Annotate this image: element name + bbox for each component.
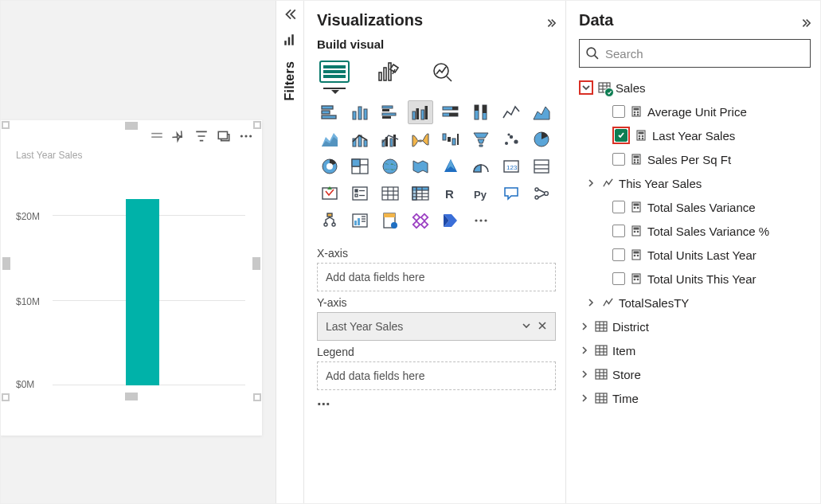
- viz-paginated-report-icon[interactable]: [377, 209, 403, 232]
- resize-handle-right[interactable]: [252, 257, 260, 270]
- viz-filled-map-icon[interactable]: [408, 154, 433, 178]
- viz-kpi-icon[interactable]: [317, 182, 342, 205]
- table-time[interactable]: Time: [579, 386, 811, 410]
- viz-azure-map-icon[interactable]: [438, 154, 463, 178]
- viz-pie-icon[interactable]: [529, 127, 554, 151]
- svg-point-144: [634, 255, 635, 256]
- viz-card-icon[interactable]: 123: [498, 154, 524, 178]
- viz-apps-icon[interactable]: [408, 209, 433, 232]
- viz-line-icon[interactable]: [498, 100, 524, 124]
- viz-map-icon[interactable]: [377, 154, 403, 178]
- viz-multi-row-card-icon[interactable]: [529, 154, 554, 178]
- viz-matrix-icon[interactable]: [408, 182, 433, 205]
- viz-stacked-area-icon[interactable]: [317, 127, 342, 151]
- checkbox[interactable]: [612, 153, 625, 166]
- resize-handle-bottom[interactable]: [125, 393, 138, 400]
- bar-0[interactable]: [126, 199, 159, 385]
- yaxis-well[interactable]: Last Year Sales: [317, 312, 556, 341]
- more-wells-icon[interactable]: ···: [317, 395, 556, 413]
- field-total-sales-variance-pct[interactable]: Total Sales Variance %: [579, 219, 811, 243]
- chevron-right-icon[interactable]: [579, 370, 590, 378]
- table-item[interactable]: Item: [579, 338, 811, 362]
- checkbox[interactable]: [612, 225, 625, 237]
- visual-selection[interactable]: Last Year Sales $0M $10M $20M: [6, 125, 257, 397]
- visual-card[interactable]: Last Year Sales $0M $10M $20M: [1, 120, 262, 436]
- resize-handle-left[interactable]: [2, 257, 10, 270]
- viz-qna-icon[interactable]: [498, 182, 524, 205]
- search-input[interactable]: [579, 39, 811, 68]
- viz-line-clustered-column-icon[interactable]: [377, 127, 403, 151]
- table-store[interactable]: Store: [579, 362, 811, 386]
- resize-handle-bottom-right[interactable]: [253, 393, 261, 401]
- viz-area-icon[interactable]: [529, 100, 554, 124]
- filters-pane-collapsed[interactable]: Filters: [276, 1, 304, 503]
- viz-more-icon[interactable]: [468, 209, 494, 232]
- viz-100-stacked-bar-icon[interactable]: [438, 100, 463, 124]
- xaxis-well[interactable]: Add data fields here: [317, 263, 556, 291]
- viz-slicer-icon[interactable]: [347, 182, 373, 205]
- field-this-year-sales[interactable]: This Year Sales: [579, 171, 811, 195]
- viz-table-icon[interactable]: [377, 182, 403, 205]
- viz-funnel-icon[interactable]: [468, 127, 494, 151]
- checkbox[interactable]: [612, 272, 625, 285]
- viz-r-visual-icon[interactable]: R: [438, 182, 463, 205]
- build-visual-tab[interactable]: [319, 57, 350, 86]
- viz-waterfall-icon[interactable]: [438, 127, 463, 151]
- format-visual-tab[interactable]: [373, 57, 405, 86]
- resize-handle-top[interactable]: [125, 122, 138, 130]
- field-total-units-this-year[interactable]: Total Units This Year: [579, 267, 811, 291]
- checkbox-checked[interactable]: [615, 129, 627, 142]
- chevron-down-icon[interactable]: [579, 80, 593, 95]
- expand-pane-icon[interactable]: [283, 7, 297, 21]
- viz-line-stacked-column-icon[interactable]: [347, 127, 373, 151]
- resize-handle-top-left[interactable]: [2, 121, 10, 129]
- checkbox[interactable]: [612, 248, 625, 261]
- analytics-tab[interactable]: [427, 57, 459, 86]
- viz-decomposition-tree-icon[interactable]: [317, 209, 342, 232]
- resize-handle-top-right[interactable]: [253, 121, 261, 129]
- viz-gauge-icon[interactable]: [468, 154, 494, 178]
- table-sales[interactable]: Sales: [579, 76, 811, 100]
- viz-power-automate-icon[interactable]: [438, 209, 463, 232]
- viz-100-stacked-column-icon[interactable]: [468, 100, 494, 124]
- viz-ribbon-icon[interactable]: [408, 127, 433, 151]
- legend-well[interactable]: Add data fields here: [317, 361, 556, 390]
- viz-stacked-bar-icon[interactable]: [317, 100, 342, 124]
- chevron-right-icon[interactable]: [579, 346, 590, 354]
- collapse-visualizations-icon[interactable]: [545, 14, 556, 25]
- chevron-right-icon[interactable]: [579, 322, 590, 330]
- chevron-right-icon[interactable]: [579, 394, 590, 402]
- viz-scatter-icon[interactable]: [498, 127, 524, 151]
- field-total-sales-ty[interactable]: TotalSalesTY: [579, 291, 811, 315]
- remove-field-icon[interactable]: [538, 320, 547, 333]
- viz-smart-narrative-icon[interactable]: [347, 209, 373, 232]
- viz-clustered-bar-icon[interactable]: [377, 100, 403, 124]
- viz-donut-icon[interactable]: [317, 154, 342, 178]
- svg-rect-47: [448, 137, 451, 142]
- resize-handle-bottom-left[interactable]: [2, 393, 10, 401]
- checkbox[interactable]: [612, 105, 625, 118]
- field-avg-unit-price[interactable]: Average Unit Price: [579, 100, 811, 123]
- chevron-right-icon[interactable]: [585, 299, 596, 307]
- chevron-down-icon[interactable]: [522, 320, 531, 333]
- pin-icon[interactable]: [172, 129, 186, 143]
- field-sales-per-sqft[interactable]: Sales Per Sq Ft: [579, 147, 811, 171]
- table-district[interactable]: District: [579, 315, 811, 338]
- svg-rect-147: [634, 275, 639, 278]
- chevron-right-icon[interactable]: [585, 179, 596, 187]
- grip-icon[interactable]: [150, 129, 164, 143]
- more-options-icon[interactable]: [239, 129, 253, 143]
- filter-icon[interactable]: [194, 129, 209, 143]
- field-last-year-sales[interactable]: Last Year Sales: [579, 123, 811, 147]
- focus-mode-icon[interactable]: [217, 129, 231, 143]
- viz-python-visual-icon[interactable]: Py: [468, 182, 494, 205]
- viz-stacked-column-icon[interactable]: [347, 100, 373, 124]
- viz-key-influencers-icon[interactable]: [529, 182, 554, 205]
- field-total-units-last-year[interactable]: Total Units Last Year: [579, 243, 811, 267]
- checkbox[interactable]: [612, 201, 625, 213]
- report-canvas[interactable]: Last Year Sales $0M $10M $20M: [1, 1, 276, 503]
- viz-clustered-column-icon[interactable]: [408, 100, 433, 124]
- viz-treemap-icon[interactable]: [347, 154, 373, 178]
- collapse-data-icon[interactable]: [799, 14, 811, 25]
- field-total-sales-variance[interactable]: Total Sales Variance: [579, 195, 811, 219]
